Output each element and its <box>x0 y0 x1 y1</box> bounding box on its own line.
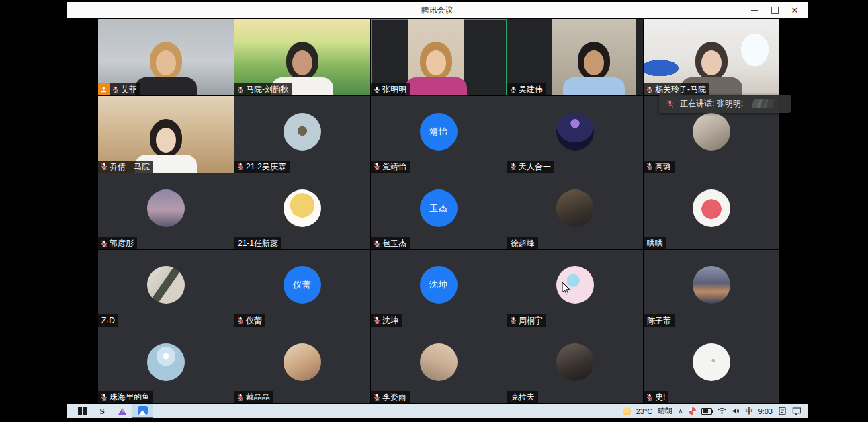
participant-tile[interactable]: 天人合一 <box>507 96 643 172</box>
window-titlebar: 腾讯会议 ✕ <box>67 2 808 19</box>
participant-name-label: 戴晶晶 <box>234 391 273 403</box>
clock[interactable]: 9:03 <box>758 407 773 415</box>
participant-name: 乔倩—马院 <box>110 161 150 173</box>
participant-label-row: 张明明 <box>371 83 410 95</box>
minimize-button[interactable] <box>744 2 765 18</box>
participant-name-label: 陈子芾 <box>644 314 675 327</box>
mic-muted-icon <box>373 162 381 171</box>
participant-tile[interactable]: 克拉夫 <box>507 327 643 403</box>
participant-tile[interactable]: 李姿雨 <box>371 327 507 403</box>
taskbar-tray: 23°C 晴朗 ∧ 中 9:03 <box>623 404 801 418</box>
participant-avatar <box>556 113 594 151</box>
participant-avatar <box>556 343 594 381</box>
restore-button[interactable] <box>765 2 785 18</box>
participant-tile[interactable]: 仪蕾仪蕾 <box>234 250 370 326</box>
participant-label-row: 包玉杰 <box>371 237 410 249</box>
show-hidden-icons-chevron[interactable]: ∧ <box>678 407 683 415</box>
battery-icon[interactable] <box>701 408 712 415</box>
participant-tile[interactable]: 马院-刘韵秋 <box>234 19 370 95</box>
ime-indicator[interactable]: 中 <box>746 406 753 416</box>
participant-name: 克拉夫 <box>511 391 535 403</box>
touch-keyboard-icon[interactable] <box>778 407 787 415</box>
participant-name-label: 周桐宇 <box>507 314 546 327</box>
participant-name: 党靖怡 <box>382 161 406 173</box>
participant-avatar: 靖怡 <box>420 113 458 151</box>
participant-tile[interactable]: 郭彦彤 <box>98 173 234 249</box>
participant-avatar <box>284 113 321 151</box>
participant-tile[interactable]: 吴建伟 <box>507 19 643 95</box>
participant-label-row: 马院-刘韵秋 <box>234 83 292 95</box>
participant-tile[interactable]: Z·D <box>98 250 234 326</box>
window-controls: ✕ <box>744 2 805 18</box>
participant-tile[interactable]: 艾菲 <box>98 19 234 95</box>
windows-start-icon <box>78 407 87 415</box>
participant-label-row: 戴晶晶 <box>234 391 273 403</box>
taskbar-app-tencent-meeting[interactable] <box>132 404 153 418</box>
speaking-toast: 正在讲话: 张明明; <box>659 95 791 113</box>
participant-name-label: 艾菲 <box>110 83 140 95</box>
participant-name-label: 杨关玲子-马院 <box>644 83 709 95</box>
participant-tile[interactable]: 史! <box>644 327 779 403</box>
wifi-icon[interactable] <box>718 407 726 415</box>
participant-avatar <box>693 113 730 151</box>
participant-name: 沈坤 <box>382 314 398 327</box>
participant-name: 杨关玲子-马院 <box>655 83 706 95</box>
mic-muted-icon <box>236 316 245 325</box>
participant-tile[interactable]: 张明明 <box>371 19 507 95</box>
participant-tile[interactable]: 21-1任新蕊 <box>234 173 370 249</box>
weather-temp[interactable]: 23°C <box>636 407 653 415</box>
taskbar-app-sogou[interactable]: S <box>92 404 112 418</box>
participant-name: 徐超峰 <box>511 237 535 249</box>
mic-muted-icon <box>373 239 381 248</box>
participant-name-label: 张明明 <box>371 83 410 95</box>
participant-tile[interactable]: 周桐宇 <box>507 250 643 326</box>
participant-name-label: 吴建伟 <box>507 83 546 95</box>
participant-tile[interactable]: 珠海里的鱼 <box>98 327 234 403</box>
mic-muted-icon <box>112 85 120 94</box>
weather-sun-icon[interactable] <box>623 407 631 415</box>
participant-tile[interactable]: 杨关玲子-马院 <box>644 19 779 95</box>
self-participant-badge-icon <box>98 83 110 95</box>
participant-name: 吴建伟 <box>519 83 543 95</box>
participant-tile[interactable]: 21-2吴庆霖 <box>234 96 370 172</box>
mic-muted-icon <box>373 316 381 325</box>
participant-tile[interactable]: 戴晶晶 <box>234 327 370 403</box>
participant-name-label: 21-2吴庆霖 <box>234 161 290 173</box>
pinwheel-tray-icon[interactable] <box>689 407 696 415</box>
mic-on-icon <box>373 85 381 94</box>
participant-label-row: 徐超峰 <box>507 237 538 249</box>
close-icon: ✕ <box>791 6 799 15</box>
desktop: 腾讯会议 ✕ 艾菲马院-刘韵秋张明明吴建伟杨关玲子-马院乔倩—马院21-2吴庆霖… <box>0 0 868 422</box>
weather-desc[interactable]: 晴朗 <box>658 406 672 416</box>
participant-tile[interactable]: 靖怡党靖怡 <box>371 96 507 172</box>
participant-label-row: 高璐 <box>644 161 675 173</box>
speaker-icon[interactable] <box>732 407 740 415</box>
participant-tile[interactable]: 乔倩—马院 <box>98 96 234 172</box>
close-button[interactable]: ✕ <box>785 2 805 18</box>
action-center-icon[interactable] <box>792 407 801 415</box>
minimize-icon <box>751 10 758 11</box>
participant-tile[interactable]: 哄哄 <box>644 173 779 249</box>
participant-name-label: 仪蕾 <box>234 314 265 327</box>
participant-label-row: 吴建伟 <box>507 83 546 95</box>
participant-name: 天人合一 <box>519 161 551 173</box>
mic-muted-icon <box>100 162 108 171</box>
speaking-toast-text: 正在讲话: 张明明; <box>680 98 743 110</box>
participant-name-label: 包玉杰 <box>371 237 410 249</box>
participant-tile[interactable]: 陈子芾 <box>644 250 779 326</box>
participant-label-row: 史! <box>644 391 668 403</box>
start-button[interactable] <box>72 404 92 418</box>
participant-name-label: 史! <box>644 391 668 403</box>
participant-label-row: 陈子芾 <box>644 314 675 327</box>
participant-tile[interactable]: 玉杰包玉杰 <box>371 173 507 249</box>
participant-name-label: 徐超峰 <box>507 237 538 249</box>
mic-muted-icon <box>236 162 245 171</box>
participant-name: Z·D <box>101 314 115 327</box>
participant-tile[interactable]: 徐超峰 <box>507 173 643 249</box>
taskbar-app-mountain[interactable] <box>112 404 132 418</box>
participant-tile[interactable]: 沈坤沈坤 <box>371 250 507 326</box>
taskbar-apps: S <box>72 404 153 418</box>
participant-name-label: 乔倩—马院 <box>98 161 153 173</box>
mic-on-icon <box>509 85 517 94</box>
toast-mic-muted-icon <box>666 99 675 108</box>
